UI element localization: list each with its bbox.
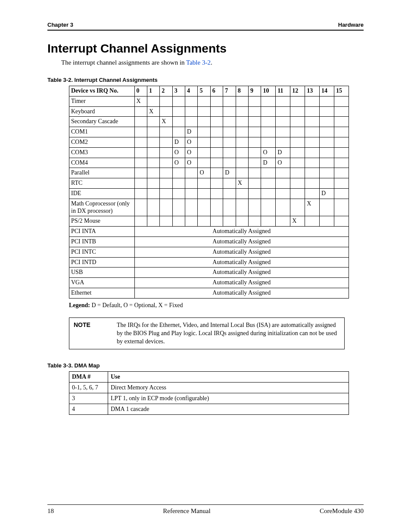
irq-cell	[305, 158, 320, 168]
irq-cell	[290, 168, 305, 178]
irq-cell	[320, 147, 334, 158]
irq-cell	[198, 147, 210, 158]
irq-cell	[249, 127, 261, 137]
table-row: IDED	[69, 188, 349, 199]
th-irq: 3	[172, 86, 185, 96]
th-irq: 7	[223, 86, 236, 96]
irq-cell	[147, 188, 159, 199]
device-cell: Timer	[69, 96, 135, 106]
irq-cell: X	[236, 178, 248, 189]
irq-cell	[210, 188, 223, 199]
irq-cell	[236, 188, 248, 199]
irq-cell	[276, 117, 290, 127]
table-header-row: Device vs IRQ No. 0 1 2 3 4 5 6 7 8 9 10…	[69, 86, 349, 96]
dma-cell: 4	[69, 404, 108, 415]
auto-assigned-cell: Automatically Assigned	[134, 236, 349, 247]
th-irq: 6	[210, 86, 223, 96]
irq-cell	[320, 96, 334, 106]
irq-cell	[198, 158, 210, 168]
irq-cell	[305, 137, 320, 147]
irq-cell	[160, 127, 172, 137]
irq-cell	[210, 158, 223, 168]
device-cell: COM4	[69, 158, 135, 168]
irq-cell: O	[185, 137, 198, 147]
irq-cell	[223, 127, 236, 137]
irq-cell: X	[147, 106, 159, 117]
device-cell: COM1	[69, 127, 135, 137]
irq-cell: O	[185, 158, 198, 168]
irq-cell	[210, 168, 223, 178]
device-cell: RTC	[69, 178, 135, 189]
irq-cell	[334, 127, 349, 137]
irq-cell	[160, 137, 172, 147]
table-row: Math Coprocessor (only in DX processor)X	[69, 199, 349, 216]
irq-cell	[185, 178, 198, 189]
irq-cell	[147, 127, 159, 137]
irq-cell	[223, 106, 236, 117]
device-cell: PS/2 Mouse	[69, 216, 135, 227]
table-3-2-link[interactable]: Table 3-2	[186, 59, 211, 66]
irq-cell	[334, 188, 349, 199]
irq-cell	[320, 158, 334, 168]
table-row: COM2DO	[69, 137, 349, 147]
irq-cell	[134, 216, 147, 227]
footer-right: CoreModule 430	[320, 507, 364, 515]
auto-assigned-cell: Automatically Assigned	[134, 288, 349, 298]
page: Chapter 3 Hardware Interrupt Channel Ass…	[0, 0, 411, 532]
irq-cell	[134, 106, 147, 117]
irq-cell	[261, 137, 276, 147]
irq-cell	[147, 137, 159, 147]
irq-cell	[172, 117, 185, 127]
irq-cell	[210, 137, 223, 147]
irq-cell	[172, 178, 185, 189]
irq-cell	[134, 127, 147, 137]
table-row: 4DMA 1 cascade	[69, 404, 349, 415]
dma-table: DMA # Use 0-1, 5, 6, 7Direct Memory Acce…	[69, 371, 349, 415]
irq-cell	[198, 117, 210, 127]
irq-cell	[290, 188, 305, 199]
use-cell: DMA 1 cascade	[108, 404, 349, 415]
irq-cell	[334, 158, 349, 168]
irq-cell: D	[320, 188, 334, 199]
irq-cell	[305, 168, 320, 178]
device-cell: USB	[69, 268, 135, 278]
irq-cell	[223, 158, 236, 168]
irq-cell	[261, 188, 276, 199]
table-row: USBAutomatically Assigned	[69, 268, 349, 278]
irq-cell	[276, 127, 290, 137]
irq-cell	[320, 127, 334, 137]
irq-cell	[223, 216, 236, 227]
irq-cell	[160, 199, 172, 216]
table-row: KeyboardX	[69, 106, 349, 117]
irq-cell	[172, 96, 185, 106]
table-row: ParallelOD	[69, 168, 349, 178]
irq-cell	[236, 117, 248, 127]
irq-cell	[305, 147, 320, 158]
legend: Legend: D = Default, O = Optional, X = F…	[69, 302, 364, 309]
irq-cell	[147, 178, 159, 189]
table-3-2-caption: Table 3-2. Interrupt Channel Assignments	[47, 77, 364, 83]
irq-cell	[276, 188, 290, 199]
use-cell: Direct Memory Access	[108, 383, 349, 393]
table-row: COM3OOOD	[69, 147, 349, 158]
irq-cell: O	[185, 147, 198, 158]
irq-cell	[334, 106, 349, 117]
irq-cell	[210, 147, 223, 158]
irq-cell	[276, 168, 290, 178]
device-cell: IDE	[69, 188, 135, 199]
irq-cell	[320, 178, 334, 189]
table-row: PCI INTCAutomatically Assigned	[69, 247, 349, 257]
legend-text: D = Default, O = Optional, X = Fixed	[90, 302, 183, 308]
th-dma: DMA #	[69, 372, 108, 383]
use-cell: LPT 1, only in ECP mode (configurable)	[108, 393, 349, 404]
irq-cell	[290, 137, 305, 147]
irq-cell	[198, 127, 210, 137]
irq-cell	[185, 216, 198, 227]
irq-cell	[249, 158, 261, 168]
irq-cell	[261, 168, 276, 178]
device-cell: Math Coprocessor (only in DX processor)	[69, 199, 135, 216]
th-irq: 1	[147, 86, 159, 96]
irq-cell: X	[160, 117, 172, 127]
auto-assigned-cell: Automatically Assigned	[134, 247, 349, 257]
irq-cell	[305, 178, 320, 189]
